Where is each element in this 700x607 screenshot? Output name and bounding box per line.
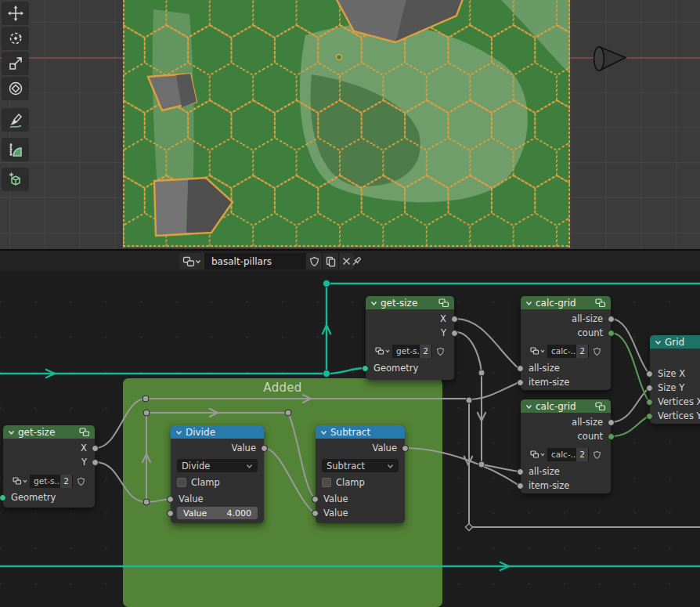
- tree-type-menu[interactable]: [179, 253, 205, 269]
- clamp-label: Clamp: [336, 477, 365, 488]
- input-label: all-size: [529, 466, 560, 477]
- socket-count-output[interactable]: [608, 330, 615, 337]
- socket-value-output[interactable]: [402, 445, 409, 452]
- socket-all-size-output[interactable]: [608, 419, 615, 426]
- socket-x-output[interactable]: [92, 445, 99, 452]
- node-title: calc-grid: [536, 298, 592, 309]
- node-math-divide[interactable]: Divide Value Divide Clamp Value Value 4.…: [171, 425, 264, 523]
- node-editor-header: basalt-pillars: [0, 249, 700, 271]
- rotate-tool-button[interactable]: [2, 27, 29, 50]
- chevron-down-icon: [8, 429, 15, 435]
- users-count[interactable]: 2: [576, 448, 588, 461]
- copy-icon: [326, 256, 336, 267]
- clamp-checkbox[interactable]: [177, 478, 186, 487]
- socket-y-output[interactable]: [451, 330, 458, 337]
- node-get-size-bottom[interactable]: get-size X Y get-s... 2 Geometry: [3, 425, 95, 508]
- scale-tool-button[interactable]: [2, 52, 29, 75]
- socket-value-input-1[interactable]: [167, 496, 174, 503]
- chevron-down-icon: [525, 403, 532, 410]
- input-label: Vertices Y: [658, 410, 700, 421]
- socket-x-output[interactable]: [451, 316, 458, 323]
- users-count[interactable]: 2: [419, 345, 431, 358]
- socket-vertices-y-input[interactable]: [646, 413, 653, 420]
- socket-size-x-input[interactable]: [646, 370, 653, 378]
- node-header[interactable]: Subtract: [316, 425, 405, 439]
- node-header[interactable]: get-size: [366, 296, 454, 309]
- rotate-icon: [7, 30, 24, 47]
- node-header[interactable]: calc-grid: [521, 296, 611, 309]
- pin-icon: [350, 255, 363, 268]
- node-calc-grid-top[interactable]: calc-grid all-size count calc-... 2 all-…: [521, 296, 611, 390]
- transform-icon: [7, 80, 24, 97]
- socket-geometry-input[interactable]: [362, 365, 369, 372]
- datablock-selector[interactable]: get-s... 2: [9, 475, 88, 488]
- move-tool-button[interactable]: [2, 2, 29, 25]
- input-label: all-size: [529, 363, 560, 374]
- fake-user-button[interactable]: [588, 345, 604, 358]
- add-cube-tool-button[interactable]: [2, 168, 29, 191]
- chevron-down-icon: [370, 300, 377, 306]
- socket-value-input-1[interactable]: [312, 496, 319, 503]
- users-count[interactable]: 2: [60, 475, 72, 488]
- operation-dropdown[interactable]: Subtract: [322, 459, 399, 472]
- output-label: count: [578, 431, 603, 442]
- socket-vertices-x-input[interactable]: [646, 399, 653, 406]
- socket-all-size-input[interactable]: [517, 468, 524, 475]
- active-vertex[interactable]: [337, 55, 342, 60]
- node-header[interactable]: Grid: [650, 335, 700, 349]
- output-label: all-size: [572, 417, 603, 428]
- fake-user-button[interactable]: [72, 475, 88, 488]
- node-group-icon: [438, 298, 449, 308]
- chevron-down-icon: [655, 339, 662, 345]
- socket-all-size-output[interactable]: [608, 316, 615, 323]
- socket-count-output[interactable]: [608, 433, 615, 440]
- fake-user-button[interactable]: [306, 253, 323, 269]
- node-header[interactable]: get-size: [3, 425, 95, 439]
- operation-dropdown[interactable]: Divide: [177, 459, 258, 472]
- node-header[interactable]: calc-grid: [521, 399, 611, 413]
- add-cube-icon: [7, 171, 24, 188]
- node-calc-grid-bottom[interactable]: calc-grid all-size count calc-... 2 all-…: [521, 399, 611, 493]
- value-number: 4.000: [227, 508, 252, 518]
- socket-item-size-input[interactable]: [517, 379, 524, 386]
- datablock-selector[interactable]: get-s... 2: [372, 345, 448, 358]
- hex-mesh[interactable]: [123, 0, 570, 247]
- node-grid[interactable]: Grid Size X Size Y Vertices X Vertices Y: [650, 335, 700, 424]
- datablock-selector[interactable]: calc-... 2: [527, 448, 604, 461]
- fake-user-button[interactable]: [588, 448, 604, 461]
- socket-value-input-2[interactable]: [312, 510, 319, 517]
- node-group-icon: [595, 402, 606, 411]
- node-header[interactable]: Divide: [171, 425, 264, 439]
- measure-tool-button[interactable]: [2, 138, 29, 161]
- socket-geometry-input[interactable]: [0, 494, 6, 501]
- value-field[interactable]: Value 4.000: [177, 507, 258, 519]
- socket-size-y-input[interactable]: [646, 385, 653, 392]
- annotate-tool-button[interactable]: [2, 108, 29, 132]
- pin-button[interactable]: [349, 255, 363, 269]
- transform-tool-button[interactable]: [2, 77, 29, 100]
- input-label: Value: [323, 493, 348, 504]
- node-math-subtract[interactable]: Subtract Value Subtract Clamp Value Valu…: [316, 425, 405, 523]
- users-count[interactable]: 2: [576, 345, 588, 358]
- viewport-3d[interactable]: [0, 0, 700, 249]
- socket-value-input-2[interactable]: [167, 510, 174, 517]
- socket-all-size-input[interactable]: [517, 365, 524, 372]
- output-label: all-size: [572, 313, 603, 324]
- measure-icon: [7, 141, 24, 158]
- input-label: item-size: [529, 377, 569, 388]
- socket-item-size-input[interactable]: [517, 482, 524, 490]
- socket-value-output[interactable]: [261, 445, 268, 452]
- clamp-checkbox[interactable]: [322, 478, 331, 487]
- fake-user-button[interactable]: [431, 345, 448, 358]
- node-get-size-top[interactable]: get-size X Y get-s... 2 Geometry: [366, 296, 454, 380]
- blender-window: basalt-pillars: [0, 0, 700, 607]
- chevron-down-icon: [246, 463, 253, 469]
- new-datablock-button[interactable]: [323, 253, 339, 269]
- tree-name-input[interactable]: basalt-pillars: [205, 253, 306, 269]
- input-label: item-size: [529, 480, 569, 491]
- node-tree-datablock: basalt-pillars: [179, 253, 354, 269]
- chevron-down-icon: [320, 429, 327, 435]
- datablock-selector[interactable]: calc-... 2: [527, 345, 604, 358]
- move-icon: [7, 5, 24, 22]
- socket-y-output[interactable]: [92, 459, 99, 466]
